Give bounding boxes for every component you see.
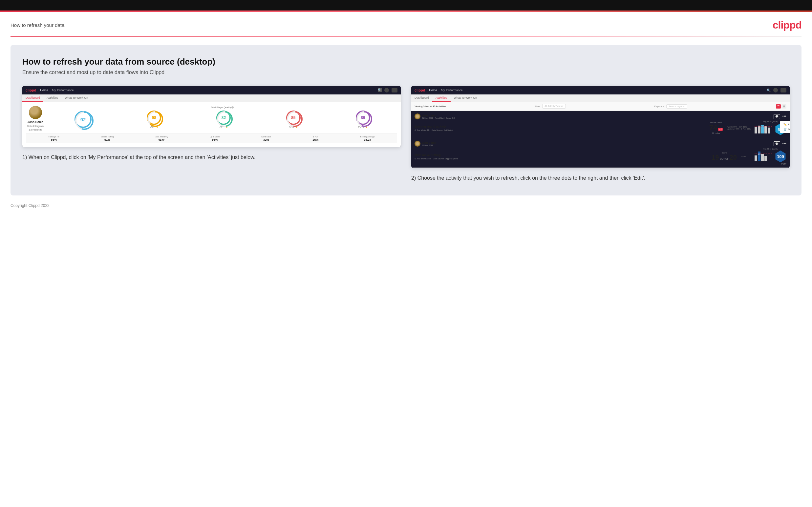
score-total-20: 20 [729,154,737,161]
tab-dashboard-left[interactable]: Dashboard [22,95,43,102]
activity-2-userinfo: Josh Coles 20 May 2022 [422,142,436,146]
stat-fairways-label: Fairways Hit [48,136,59,138]
score-74: 74 [709,124,717,132]
gauge-app: 82 APP ✏️ [216,111,231,128]
mini-chart-1 [755,124,773,134]
three-dots-2[interactable]: ••• [782,142,786,146]
mock-nav-home-left[interactable]: Home [40,89,48,92]
stat-scoring-value: 78.24 [364,138,371,142]
gauge-circle-89: 89 [356,111,370,125]
svg-rect-16 [755,156,757,161]
activity-card-2: Josh Coles 20 May 2022 💬 ••• Must make p… [411,138,790,168]
svg-text:109: 109 [758,153,761,155]
keyword-input[interactable]: Search keyword [666,104,687,109]
gauges-row: 92 [48,111,397,128]
gauge-circle-98: 98 [147,111,161,125]
mock-nav-performance-left[interactable]: My Performance [52,89,73,92]
mock-nav-right-right: 🔍 [767,88,786,93]
svg-rect-19 [764,156,767,161]
stat-sandsave: Sand Save 32% [261,136,271,142]
edit-dropdown-1: ✏️ Edit 🗑️ Delete [780,121,790,133]
logo: clippd [773,19,802,31]
gauge-ott: 98 OTT ✏️ [147,111,161,128]
shots-label: Shots [741,156,751,157]
activity-2-shots: Shots [741,156,751,157]
edit-option[interactable]: ✏️ Edit [780,122,790,127]
gauge-svg-98 [147,111,164,127]
activity-2-title: Must make putting [414,154,708,157]
round-score-value-1: 74 +2 [709,124,723,132]
activity-1-date: 21 May 2022 · Royal North Devon GC [422,117,455,119]
activity-1-username: Josh Coles [422,114,455,117]
stat-scoring: Scoring Average 78.24 [360,136,375,142]
mock-nav-performance-right[interactable]: My Performance [441,89,462,92]
activity-card-1: Josh Coles 21 May 2022 · Royal North Dev… [411,111,790,138]
list-view-icon[interactable]: ☰ [776,104,781,109]
user-icon-left[interactable] [384,88,389,93]
left-description: 1) When on Clippd, click on 'My Performa… [22,153,401,162]
activity-1-userinfo: Josh Coles 21 May 2022 · Royal North Dev… [422,114,455,119]
page-title: How to refresh your data [10,22,64,28]
tab-what-to-work-on-left[interactable]: What To Work On [62,95,92,102]
show-dropdown[interactable]: All Activity Types ▾ [542,104,566,109]
stat-updown: Up & Down 36% [210,136,219,142]
user-icon-right[interactable] [773,88,778,93]
bar-chart-2: 109 [755,152,773,161]
chat-icon-2[interactable]: 💬 [774,142,780,146]
top-bar [0,0,812,12]
score-badge-plus2: +2 [718,128,723,131]
search-icon-right[interactable]: 🔍 [767,89,771,92]
activity-1-round-score: Round Score 74 +2 18 Holes [709,122,723,134]
activity-2-body: Must make putting ⊙ Test Information Dat… [414,148,786,165]
stat-gir: Greens In Reg 51% [101,136,113,142]
stat-proximity: App. Proximity 41'6" [155,136,168,142]
stat-1putt-label: 1 Putt [313,136,319,138]
delete-icon: 🗑️ [783,128,787,131]
avg-shot-area-2: 109 109 [755,151,786,162]
left-column: clippd Home My Performance 🔍 Dashboard A… [22,86,401,162]
right-column: clippd Home My Performance 🔍 Dashboard A… [411,86,790,182]
activity-2-avg-shot: Avg Shot Quality 109 [755,148,786,165]
gauge-total: 92 [74,111,92,128]
total-player-quality-label: Total Player Quality ⓘ [48,106,397,109]
tab-dashboard-right[interactable]: Dashboard [411,95,432,102]
left-mockup-tabs: Dashboard Activities What To Work On [22,95,401,102]
tab-activities-right[interactable]: Activities [432,95,451,102]
section-subtitle: Ensure the correct and most up to date d… [22,69,790,75]
viewing-count: Viewing 24 out of 35 Activities [414,105,446,108]
tab-activities-left[interactable]: Activities [43,95,62,102]
left-mockup: clippd Home My Performance 🔍 Dashboard A… [22,86,401,147]
delete-option[interactable]: 🗑️ Delete [780,127,790,132]
svg-rect-18 [761,154,764,161]
chat-icon-1[interactable]: 💬 [774,114,780,119]
mock-nav-home-right[interactable]: Home [429,89,437,92]
right-mockup-nav: clippd Home My Performance 🔍 [411,86,790,95]
gauge-svg-85 [286,111,303,127]
header-divider [10,37,802,37]
stats-row: Fairways Hit 56% Greens In Reg 51% App. … [26,133,397,143]
svg-rect-10 [755,127,757,133]
grid-view-icon[interactable]: ⊞ [781,104,786,109]
stat-sandsave-label: Sand Save [261,136,271,138]
activity-1-fw-gir: FW Hit 79% GIR 50% Up/Down 45% 1 Putt 50… [727,126,751,130]
right-mockup: clippd Home My Performance 🔍 Dashboard A… [411,86,790,168]
search-icon-left[interactable]: 🔍 [378,88,382,92]
hex-badge-109: 109 [774,151,786,162]
stat-fairways-value: 56% [51,138,57,142]
settings-icon-right[interactable] [780,88,786,93]
stat-1putt-value: 25% [313,138,319,142]
keywords-section: Keywords: Search keyword [654,104,688,109]
stat-updown-label: Up & Down [210,136,219,138]
view-toggle[interactable]: ☰ ⊞ [776,104,786,109]
gauge-arg: 85 ARG ✏️ [286,111,301,128]
tab-what-to-work-on-right[interactable]: What To Work On [451,95,480,102]
activity-1-source: ⊙ Tee: White (M) Data Source: GolfStat.a… [414,129,705,131]
bar-chart-1 [755,124,773,133]
settings-icon-left[interactable] [392,88,398,93]
stat-updown-value: 36% [212,138,218,142]
activity-1-title: Evening round at RND [414,125,705,128]
three-dots-1[interactable]: ••• [782,114,786,119]
player-handicap: 1.5 Handicap [29,128,42,131]
mock-logo-right: clippd [414,88,425,92]
activity-2-source: ⊙ Test Information Data Source: Clippd C… [414,157,708,160]
